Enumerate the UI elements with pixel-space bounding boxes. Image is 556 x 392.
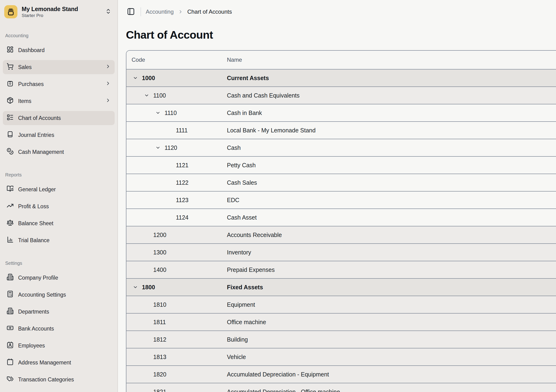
- account-code: 1123: [176, 197, 189, 204]
- dashboard-icon: [7, 46, 14, 55]
- table-row-1123[interactable]: 1123EDC: [126, 191, 556, 209]
- sidebar-item-accounting-settings[interactable]: Accounting Settings: [3, 288, 115, 302]
- account-code: 1800: [142, 284, 155, 291]
- sidebar-item-trial-balance[interactable]: Trial Balance: [3, 233, 115, 247]
- sidebar-item-transaction-categories[interactable]: Transaction Categories: [3, 372, 115, 387]
- sidebar-item-general-ledger[interactable]: General Ledger: [3, 182, 115, 196]
- account-name: Petty Cash: [227, 162, 556, 169]
- sidebar-item-journal-entries[interactable]: Journal Entries: [3, 128, 115, 142]
- account-code: 1000: [142, 75, 155, 81]
- account-name: Cash Asset: [227, 214, 556, 221]
- code-cell: 1110: [126, 104, 227, 121]
- lemonade-stand-icon: [4, 5, 17, 18]
- sidebar-item-bank-accounts[interactable]: Bank Accounts: [3, 321, 115, 336]
- sidebar-item-label: Journal Entries: [18, 132, 54, 138]
- sidebar-item-label: Cash Management: [18, 149, 64, 155]
- breadcrumb-parent[interactable]: Accounting: [146, 8, 174, 15]
- account-name: Current Assets: [227, 75, 556, 81]
- column-header-name: Name: [227, 56, 556, 63]
- chevron-down-icon[interactable]: [132, 284, 139, 290]
- account-code: 1810: [153, 301, 166, 308]
- table-row-1122[interactable]: 1122Cash Sales: [126, 174, 556, 191]
- table-body: 1000Current Assets1100Cash and Cash Equi…: [126, 69, 556, 392]
- sidebar-item-cash-management[interactable]: Cash Management: [3, 145, 115, 159]
- breadcrumb: Accounting Chart of Accounts: [146, 8, 232, 15]
- accounts-table: Code Name 1000Current Assets1100Cash and…: [126, 50, 556, 392]
- table-row-1800[interactable]: 1800Fixed Assets: [126, 278, 556, 296]
- table-row-1813[interactable]: 1813Vehicle: [126, 348, 556, 365]
- code-cell: 1811: [126, 314, 227, 330]
- code-cell: 1810: [126, 296, 227, 313]
- list-tree-icon: [7, 114, 14, 122]
- chevron-right-icon: [105, 98, 111, 105]
- account-name: Accumulated Depreciation - Equipment: [227, 371, 556, 378]
- sidebar-item-employees[interactable]: Employees: [3, 338, 115, 353]
- app-window: My Lemonade Stand Starter Pro Accounting…: [0, 0, 556, 392]
- package-icon: [7, 97, 14, 105]
- sidebar-item-purchases[interactable]: Purchases: [3, 77, 115, 91]
- sidebar-item-company-profile[interactable]: Company Profile: [3, 271, 115, 285]
- code-cell: 1821: [126, 383, 227, 392]
- table-row-1812[interactable]: 1812Building: [126, 330, 556, 348]
- sidebar-item-label: Sales: [18, 64, 32, 71]
- sidebar-item-sales[interactable]: Sales: [3, 60, 115, 74]
- sidebar-item-balance-sheet[interactable]: Balance Sheet: [3, 216, 115, 230]
- chevron-down-icon[interactable]: [132, 75, 139, 81]
- sidebar-item-label: Accounting Settings: [18, 292, 66, 298]
- sidebar-item-chart-of-accounts[interactable]: Chart of Accounts: [3, 111, 115, 125]
- sidebar-item-profit-loss[interactable]: Profit & Loss: [3, 199, 115, 213]
- sidebar-item-label: Company Profile: [18, 275, 58, 281]
- code-cell: 1813: [126, 348, 227, 365]
- table-row-1111[interactable]: 1111Local Bank - My Lemonade Stand: [126, 121, 556, 139]
- workspace-switcher[interactable]: My Lemonade Stand Starter Pro: [3, 2, 115, 24]
- table-row-1400[interactable]: 1400Prepaid Expenses: [126, 261, 556, 278]
- chevron-down-icon[interactable]: [155, 144, 161, 151]
- account-name: Prepaid Expenses: [227, 267, 556, 273]
- sidebar-item-label: Chart of Accounts: [18, 115, 61, 121]
- code-cell: 1000: [126, 70, 227, 86]
- sidebar-item-departments[interactable]: Departments: [3, 305, 115, 319]
- table-header-row: Code Name: [126, 51, 556, 69]
- tags-icon: [7, 375, 14, 384]
- table-row-1200[interactable]: 1200Accounts Receivable: [126, 226, 556, 243]
- table-row-1810[interactable]: 1810Equipment: [126, 296, 556, 313]
- sidebar-item-dashboard[interactable]: Dashboard: [3, 43, 115, 57]
- chevron-down-icon[interactable]: [155, 110, 161, 116]
- table-row-1121[interactable]: 1121Petty Cash: [126, 156, 556, 174]
- table-row-1811[interactable]: 1811Office machine: [126, 313, 556, 330]
- chevron-right-icon: [105, 64, 111, 71]
- code-cell: 1820: [126, 366, 227, 383]
- table-row-1821[interactable]: 1821Accumulated Depreciation - Office ma…: [126, 383, 556, 392]
- table-row-1000[interactable]: 1000Current Assets: [126, 69, 556, 86]
- table-row-1100[interactable]: 1100Cash and Cash Equivalents: [126, 86, 556, 104]
- account-name: Fixed Assets: [227, 284, 556, 291]
- account-name: Cash Sales: [227, 179, 556, 186]
- account-code: 1122: [176, 179, 189, 186]
- table-row-1300[interactable]: 1300Inventory: [126, 243, 556, 261]
- table-row-1110[interactable]: 1110Cash in Bank: [126, 104, 556, 121]
- sidebar-item-label: Transaction Categories: [18, 376, 74, 383]
- account-code: 1820: [153, 371, 166, 378]
- banknote-icon: [7, 324, 14, 333]
- account-name: Office machine: [227, 319, 556, 326]
- sidebar-toggle-button[interactable]: [126, 7, 136, 17]
- workspace-plan: Starter Pro: [22, 13, 78, 18]
- table-row-1820[interactable]: 1820Accumulated Depreciation - Equipment: [126, 365, 556, 383]
- account-name: Building: [227, 336, 556, 343]
- code-cell: 1121: [126, 157, 227, 174]
- table-row-1124[interactable]: 1124Cash Asset: [126, 209, 556, 226]
- account-name: Vehicle: [227, 354, 556, 361]
- calendar-icon: [7, 358, 14, 367]
- sidebar-item-address-management[interactable]: Address Management: [3, 355, 115, 370]
- code-cell: 1200: [126, 226, 227, 243]
- column-header-code: Code: [126, 51, 227, 69]
- section-label-settings: Settings: [5, 260, 112, 266]
- sidebar-item-label: Address Management: [18, 360, 71, 366]
- id-card-icon: [7, 341, 14, 350]
- account-name: Local Bank - My Lemonade Stand: [227, 127, 556, 134]
- table-row-1120[interactable]: 1120Cash: [126, 139, 556, 156]
- account-code: 1200: [153, 232, 166, 238]
- sidebar-item-items[interactable]: Items: [3, 94, 115, 108]
- scale-icon: [7, 219, 14, 227]
- chevron-down-icon[interactable]: [143, 92, 150, 99]
